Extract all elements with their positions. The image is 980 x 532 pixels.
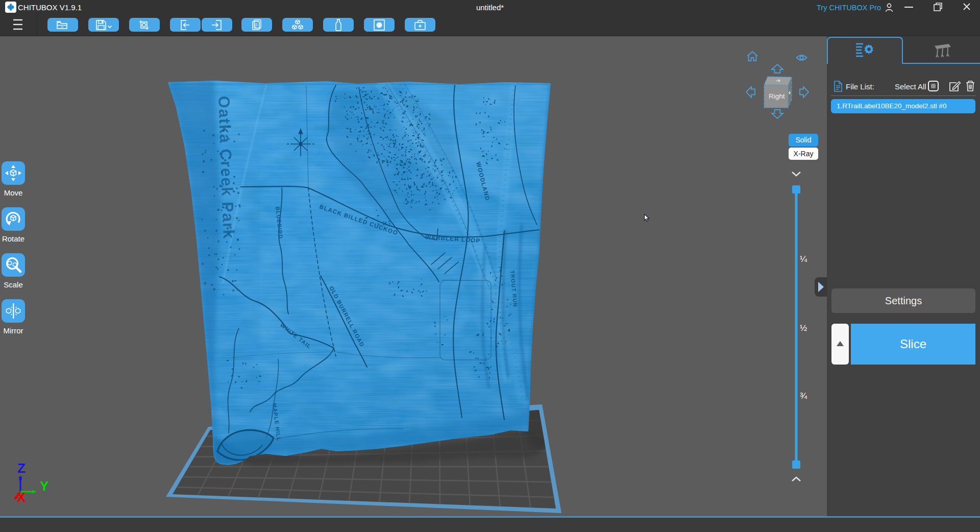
svg-text:Right: Right bbox=[769, 92, 785, 100]
svg-text:X: X bbox=[17, 490, 26, 505]
svg-text:Y: Y bbox=[40, 478, 48, 494]
svg-text:Z: Z bbox=[17, 461, 26, 476]
